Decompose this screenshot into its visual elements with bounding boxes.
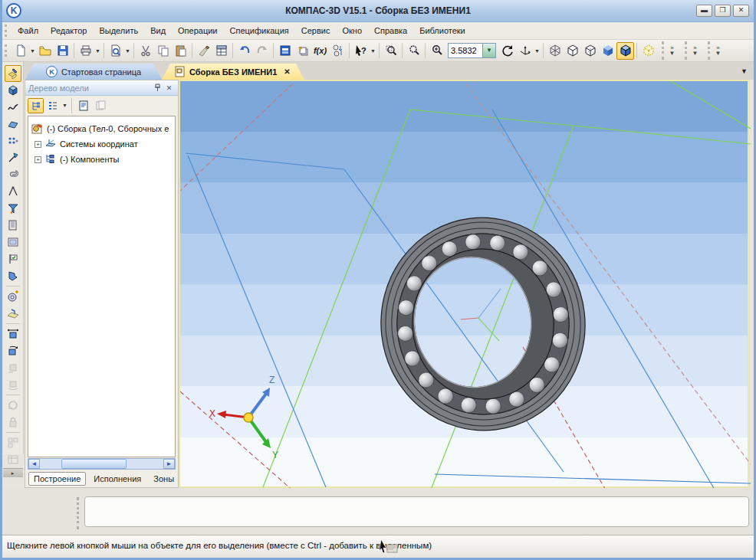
menu-libraries[interactable]: Библиотеки [413,23,472,38]
menu-file[interactable]: Файл [12,23,44,38]
rebuild-button[interactable] [329,42,347,60]
undo-button[interactable] [235,42,253,60]
turn-component-button[interactable] [5,376,21,393]
panel-close-icon[interactable]: ✕ [163,83,175,93]
tab-start-page[interactable]: K Стартовая страница [25,64,162,80]
report-button[interactable] [5,234,21,251]
redo-button[interactable] [253,42,271,60]
rotate-view-button[interactable] [498,42,516,60]
preview-caret[interactable]: ▼ [124,42,131,60]
orientation-button[interactable] [516,42,534,60]
component-button[interactable] [5,82,21,99]
display-wireframe-button[interactable] [546,42,564,60]
specification-button[interactable] [5,217,21,234]
toolbar-grip[interactable] [5,25,8,37]
part-layout-button[interactable] [5,305,21,322]
restore-button[interactable]: ❐ [715,5,731,17]
save-button[interactable] [54,42,71,60]
minimize-button[interactable]: ▬ [696,5,712,17]
menu-specification[interactable]: Спецификация [224,23,295,38]
copy-properties-button[interactable] [195,42,212,60]
shift-component-button[interactable] [5,359,21,376]
rotate-component-button[interactable] [5,342,21,359]
menu-window[interactable]: Окно [336,23,368,38]
edit-assembly-button[interactable] [5,65,21,82]
annotations-button[interactable] [5,166,21,183]
tree-item-components[interactable]: + (-) Компоненты [30,152,173,167]
toolbar-overflow-group[interactable]: »▼ [685,41,703,60]
help-cursor-caret[interactable]: ▼ [370,42,376,60]
expand-icon[interactable]: + [35,141,41,148]
sheet-metal-button[interactable] [5,267,21,284]
menu-select[interactable]: Выделить [93,23,144,38]
tab-list-dropdown[interactable]: ▼ [741,67,748,75]
report-tree-button[interactable] [92,98,108,113]
verify-button[interactable] [5,251,21,267]
filter-button[interactable] [5,200,21,217]
new-document-caret[interactable]: ▼ [29,42,36,60]
spreadsheet-button[interactable] [212,42,230,60]
display-hidden-thin-button[interactable] [581,42,599,60]
tree-item-root[interactable]: (-) Сборка (Тел-0, Сборочных е [30,121,173,136]
menu-help[interactable]: Справка [368,23,413,38]
scroll-left-icon[interactable]: ◄ [28,459,40,469]
copy-button[interactable] [154,42,172,60]
tab-assembly[interactable]: Сборка БЕЗ ИМЕНИ1 ✕ [162,64,304,80]
variables-button[interactable] [276,42,294,60]
menu-service[interactable]: Сервис [295,23,337,38]
open-document-button[interactable] [36,42,54,60]
scale-combo[interactable]: ▼ [448,43,496,58]
tree-item-coordinate-systems[interactable]: + Системы координат [30,136,173,152]
mate-button[interactable] [5,397,21,414]
tree-composition-button[interactable] [44,98,61,113]
tab-versions[interactable]: Исполнения [89,473,146,485]
menu-operations[interactable]: Операции [172,23,223,38]
orientation-caret[interactable]: ▼ [534,42,541,60]
measure-button[interactable] [5,183,21,200]
help-cursor-button[interactable]: ? [352,42,370,60]
zoom-area-button[interactable] [382,42,399,60]
paste-button[interactable] [172,42,189,60]
relations-button[interactable] [75,98,91,113]
property-bar-grip[interactable] [77,497,80,529]
tab-construction[interactable]: Построение [28,472,86,486]
scrollbar-thumb[interactable] [61,459,127,469]
add-from-library-button[interactable] [5,288,21,305]
fix-component-button[interactable] [5,414,21,431]
display-shaded-edges-button[interactable] [616,42,634,60]
property-bar[interactable] [84,496,749,527]
functions-button[interactable]: f(x) [311,42,329,60]
cut-button[interactable] [136,42,154,60]
panel-expand-handle[interactable]: ▸ [3,468,23,477]
display-perspective-button[interactable] [639,42,657,60]
print-caret[interactable]: ▼ [94,42,101,60]
tree-structure-button[interactable] [28,98,44,113]
toolbar-grip[interactable] [5,44,8,57]
menu-editor[interactable]: Редактор [44,23,93,38]
print-button[interactable] [77,42,94,60]
close-button[interactable]: ✕ [733,5,749,17]
bearing-model[interactable] [369,206,597,442]
arrays-button[interactable] [5,133,21,149]
menu-view[interactable]: Вид [144,23,172,38]
toolbar-overflow-group[interactable]: »▼ [662,41,680,60]
move-component-button[interactable] [5,326,21,342]
tab-close-icon[interactable]: ✕ [281,67,290,76]
parameters-table-button[interactable] [5,451,21,468]
preview-button[interactable] [107,42,124,60]
surfaces-button[interactable] [5,116,21,133]
scroll-right-icon[interactable]: ► [163,459,175,469]
spatial-curves-button[interactable] [5,99,21,116]
toolbar-overflow-group[interactable]: »▼ [708,41,726,60]
reference-button[interactable]: ? [294,42,311,60]
scale-input[interactable] [449,44,482,57]
scale-dropdown-button[interactable]: ▼ [482,44,495,57]
horizontal-scrollbar[interactable]: ◄ ► [28,458,176,470]
pin-icon[interactable] [152,83,163,93]
display-no-hidden-button[interactable] [564,42,581,60]
expand-icon[interactable]: + [35,156,41,163]
new-document-button[interactable] [12,42,29,60]
origin-point[interactable] [244,413,253,422]
viewport[interactable]: X Z Y [180,81,748,486]
collections-button[interactable] [5,434,21,451]
